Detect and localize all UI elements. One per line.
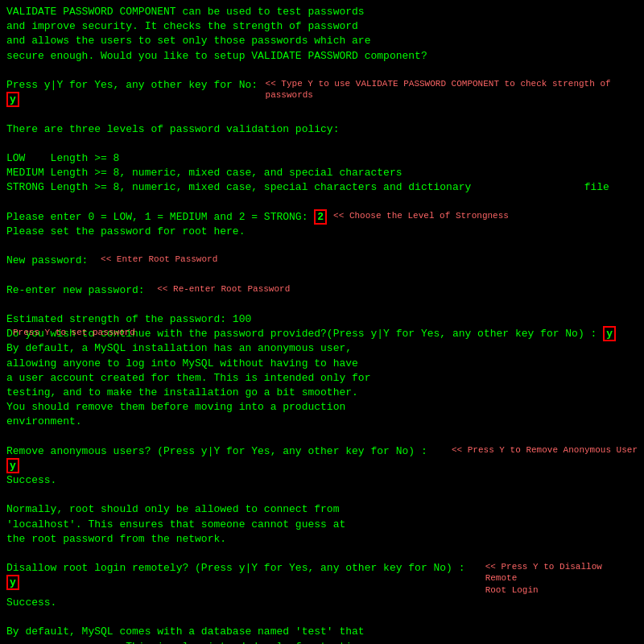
line-root2: 'localhost'. This ensures that someone c…	[6, 518, 638, 532]
line-3: and allows the users to set only those p…	[6, 34, 638, 48]
line-8: There are three levels of password valid…	[6, 122, 638, 137]
level-input: 2	[314, 209, 327, 225]
line-anon4: testing, and to make the installation go…	[6, 386, 638, 400]
line-test1: By default, MySQL comes with a database …	[6, 625, 638, 639]
blank-5	[6, 239, 638, 254]
prompt-y1-text: Press y|Y for Yes, any other key for No:…	[6, 78, 259, 107]
y3-annotation: << Press Y to Remove Anonymous User	[452, 444, 638, 456]
blank-4	[6, 195, 638, 209]
y2-input: y	[603, 326, 616, 341]
y4-annotation: << Press Y to Disallow RemoteRoot Login	[485, 561, 638, 596]
line-root3: the root password from the network.	[6, 532, 638, 547]
y2-annotation: Press Y to set password	[13, 327, 135, 339]
prompt-password2-text: Re-enter new password:	[6, 283, 157, 298]
line-strong: STRONG Length >= 8, numeric, mixed case,…	[6, 180, 638, 195]
prompt-y3-text: Remove anonymous users? (Press y|Y for Y…	[6, 444, 445, 473]
line-success2: Success.	[6, 596, 638, 610]
line-low: LOW Length >= 8	[6, 151, 638, 166]
line-anon2: allowing anyone to log into MySQL withou…	[6, 357, 638, 371]
prompt-level-row: Please enter 0 = LOW, 1 = MEDIUM and 2 =…	[6, 210, 638, 225]
line-2: and improve security. It checks the stre…	[6, 19, 638, 34]
line-success1: Success.	[6, 473, 638, 488]
terminal: VALIDATE PASSWORD COMPONENT can be used …	[6, 5, 638, 644]
prompt-y4-row: Disallow root login remotely? (Press y|Y…	[6, 561, 638, 596]
blank-11	[6, 610, 638, 625]
prompt-y3-row: Remove anonymous users? (Press y|Y for Y…	[6, 444, 638, 473]
line-4: secure enough. Would you like to setup V…	[6, 49, 638, 64]
line-medium: MEDIUM Length >= 8, numeric, mixed case,…	[6, 166, 638, 180]
blank-8	[6, 429, 638, 444]
blank-9	[6, 488, 638, 502]
prompt-password1-row: New password: << Enter Root Password	[6, 254, 638, 268]
y1-annotation: << Type Y to use VALIDATE PASSWORD COMPO…	[266, 78, 638, 101]
password1-annotation: << Enter Root Password	[101, 254, 217, 266]
line-root1: Normally, root should only be allowed to…	[6, 502, 638, 517]
prompt-y4-text: Disallow root login remotely? (Press y|Y…	[6, 561, 479, 590]
level-annotation: << Choose the Level of Strongness	[333, 210, 509, 221]
y1-input: y	[6, 92, 19, 107]
line-anon5: You should remove them before moving int…	[6, 400, 638, 415]
blank-2	[6, 107, 638, 122]
prompt-y1-row: Press y|Y for Yes, any other key for No:…	[6, 78, 638, 107]
y4-input: y	[6, 575, 19, 590]
y3-input: y	[6, 458, 19, 473]
line-strength: Estimated strength of the password: 100	[6, 312, 638, 327]
blank-6	[6, 268, 638, 283]
prompt-password1-text: New password:	[6, 254, 101, 268]
line-setpw: Please set the password for root here.	[6, 225, 638, 239]
blank-10	[6, 547, 638, 561]
line-anon3: a user account created for them. This is…	[6, 371, 638, 386]
prompt-level-text: Please enter 0 = LOW, 1 = MEDIUM and 2 =…	[6, 210, 327, 225]
line-anon6: environment.	[6, 415, 638, 429]
line-test2: anyone can access. This is also intended…	[6, 640, 638, 644]
password2-annotation: << Re-enter Root Password	[157, 283, 290, 295]
prompt-y2-row: Do you wish to continue with the passwor…	[6, 327, 638, 341]
blank-7	[6, 298, 638, 312]
prompt-password2-row: Re-enter new password: << Re-enter Root …	[6, 283, 638, 298]
line-1: VALIDATE PASSWORD COMPONENT can be used …	[6, 5, 638, 19]
blank-3	[6, 137, 638, 151]
blank-1	[6, 64, 638, 78]
line-anon1: By default, a MySQL installation has an …	[6, 341, 638, 356]
